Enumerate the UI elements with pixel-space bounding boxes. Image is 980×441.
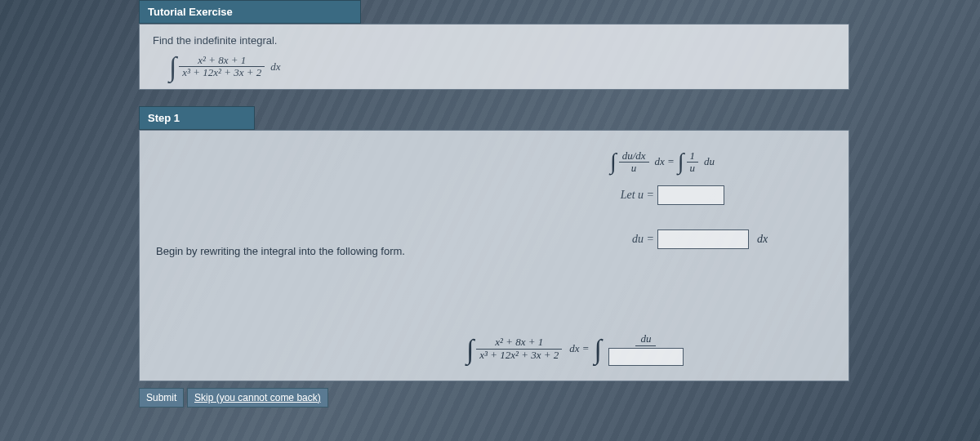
du-over-input: du — [605, 332, 687, 366]
tutorial-header: Tutorial Exercise — [139, 0, 361, 24]
rhs-du: du — [704, 155, 715, 168]
dudx-dx: dx = — [655, 155, 675, 168]
integral-icon: ∫ — [595, 338, 602, 360]
tutorial-title: Tutorial Exercise — [148, 6, 233, 18]
rhs-den: u — [687, 163, 699, 174]
du-after-dx: dx — [757, 233, 768, 246]
integral-icon: ∫ — [169, 56, 176, 78]
exercise-panel: Find the indefinite integral. ∫ x² + 8x … — [139, 24, 849, 90]
bottom-equation: ∫ x² + 8x + 1 x³ + 12x² + 3x + 2 dx = ∫ … — [466, 332, 687, 366]
let-u-row: Let u = — [491, 185, 834, 205]
dudx-num: du/dx — [619, 150, 649, 163]
rhs-fraction: 1 u — [687, 150, 699, 175]
button-row: Submit Skip (you cannot come back) — [139, 388, 849, 408]
let-u-label: Let u = — [491, 189, 654, 202]
dudx-equation: ∫ du/dx u dx = ∫ 1 u du — [491, 150, 834, 175]
integral-icon: ∫ — [678, 153, 684, 171]
exercise-numerator: x² + 8x + 1 — [179, 55, 265, 67]
bottom-dx: dx = — [569, 342, 589, 355]
exercise-denominator: x³ + 12x² + 3x + 2 — [179, 67, 265, 78]
step1-label: Step 1 — [148, 112, 180, 124]
bottom-num: x² + 8x + 1 — [476, 336, 562, 349]
submit-button[interactable]: Submit — [139, 388, 184, 408]
let-u-input[interactable] — [657, 185, 724, 205]
denominator-input[interactable] — [608, 348, 684, 366]
du-label: du = — [491, 233, 654, 246]
rewrite-instruction: Begin by rewriting the integral into the… — [156, 245, 466, 257]
dudx-fraction: du/dx u — [619, 150, 649, 175]
step1-right-column: ∫ du/dx u dx = ∫ 1 u du Let u = du = — [491, 139, 834, 261]
rhs-num: 1 — [687, 150, 699, 163]
integral-icon: ∫ — [466, 338, 474, 360]
dudx-den: u — [619, 163, 649, 174]
du-row: du = dx — [491, 229, 834, 249]
skip-button[interactable]: Skip (you cannot come back) — [187, 388, 328, 408]
exercise-fraction: x² + 8x + 1 x³ + 12x² + 3x + 2 — [179, 55, 265, 79]
integral-icon: ∫ — [610, 153, 617, 171]
step1-panel: Begin by rewriting the integral into the… — [139, 130, 849, 381]
du-top: du — [635, 332, 656, 346]
bottom-den: x³ + 12x² + 3x + 2 — [476, 350, 562, 361]
bottom-fraction: x² + 8x + 1 x³ + 12x² + 3x + 2 — [476, 336, 562, 361]
exercise-integral: ∫ x² + 8x + 1 x³ + 12x² + 3x + 2 dx — [169, 55, 835, 79]
du-input[interactable] — [657, 229, 749, 249]
step1-header: Step 1 — [139, 106, 255, 130]
exercise-prompt: Find the indefinite integral. — [153, 34, 835, 47]
exercise-dx: dx — [270, 60, 280, 74]
